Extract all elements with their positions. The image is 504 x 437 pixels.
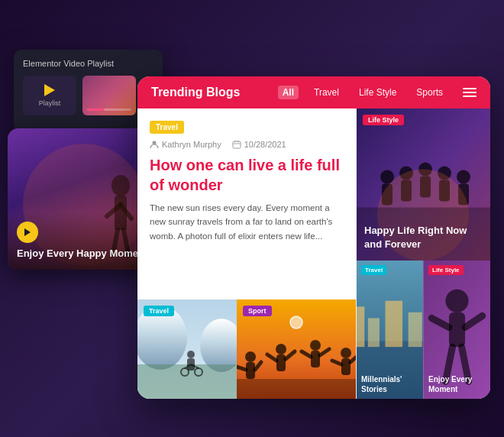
article-date: 10/28/2021 xyxy=(244,140,286,149)
bottom-sport-tag: Sport xyxy=(243,306,272,316)
svg-point-37 xyxy=(341,348,351,358)
article-tag: Travel xyxy=(150,121,184,134)
date-meta: 10/28/2021 xyxy=(232,140,286,149)
bottom-cards-row: Travel xyxy=(137,299,356,399)
bottom-travel-tag: Travel xyxy=(144,306,174,316)
playlist-play-item[interactable]: Playlist xyxy=(23,76,76,115)
article-body: The new sun rises every day. Every momen… xyxy=(150,201,344,243)
playlist-row: Playlist xyxy=(23,76,153,115)
trending-blogs-card: Trending Blogs All Travel Life Style Spo… xyxy=(137,76,490,399)
svg-point-25 xyxy=(245,351,256,362)
bottom-sport-card[interactable]: Sport xyxy=(237,299,356,399)
sidebar-lifestyle-badge: Life Style xyxy=(428,265,464,275)
svg-rect-30 xyxy=(276,354,286,371)
svg-point-51 xyxy=(457,170,470,184)
author-meta: Kathryn Murphy xyxy=(150,140,221,149)
article-top: Travel Kathryn Murphy 10/28/2021 How one… xyxy=(137,108,356,243)
svg-rect-58 xyxy=(368,318,380,347)
svg-rect-57 xyxy=(357,306,364,347)
tab-sports[interactable]: Sports xyxy=(412,86,447,99)
playlist-label: Playlist xyxy=(39,99,61,107)
progress-bar xyxy=(87,108,131,111)
enjoy-card-play-icon[interactable] xyxy=(17,222,38,243)
sidebar-top-badge: Life Style xyxy=(363,115,404,125)
trending-header: Trending Blogs All Travel Life Style Spo… xyxy=(137,76,490,108)
widget-title: Elementor Video Playlist xyxy=(23,59,153,68)
bottom-travel-card[interactable]: Travel xyxy=(137,299,237,399)
svg-point-29 xyxy=(276,344,286,354)
hamburger-menu[interactable] xyxy=(463,88,477,97)
svg-rect-41 xyxy=(237,379,356,399)
tab-travel[interactable]: Travel xyxy=(309,86,344,99)
article-headline: How one can live a life full of wonder xyxy=(150,155,344,195)
progress-fill xyxy=(87,108,105,111)
svg-rect-59 xyxy=(385,301,402,347)
hamburger-line-3 xyxy=(463,95,477,97)
sidebar-lifestyle-title: Enjoy Every Moment xyxy=(428,374,486,394)
svg-point-33 xyxy=(310,340,321,351)
hamburger-line-2 xyxy=(463,92,477,93)
author-name: Kathryn Murphy xyxy=(162,140,221,149)
enjoy-card-title: Enjoy Every Happy Moment xyxy=(17,248,151,261)
nav-tabs: All Travel Life Style Sports xyxy=(278,86,447,99)
trending-title: Trending Blogs xyxy=(151,86,240,99)
main-article-area: Travel Kathryn Murphy 10/28/2021 How one… xyxy=(137,108,357,399)
sidebar-travel-card[interactable]: Travel Millennials' Stories xyxy=(357,261,423,399)
sidebar-top-card[interactable]: Life Style Happy Life Right Now and Fore… xyxy=(357,108,490,261)
svg-rect-60 xyxy=(409,312,422,347)
sidebar-travel-title: Millennials' Stories xyxy=(361,374,418,394)
tab-all[interactable]: All xyxy=(278,86,299,99)
calendar-icon xyxy=(232,140,241,149)
sidebar-bottom-cards: Travel Millennials' Stories xyxy=(357,261,490,399)
trending-content: Travel Kathryn Murphy 10/28/2021 How one… xyxy=(137,108,490,399)
right-sidebar: Life Style Happy Life Right Now and Fore… xyxy=(357,108,490,399)
playlist-thumbnail[interactable] xyxy=(82,76,136,115)
tab-lifestyle[interactable]: Life Style xyxy=(354,86,401,99)
hamburger-line-1 xyxy=(463,88,477,89)
svg-point-17 xyxy=(187,351,195,358)
author-icon xyxy=(150,140,159,149)
article-meta: Kathryn Murphy 10/28/2021 xyxy=(150,140,344,149)
svg-rect-34 xyxy=(311,351,320,367)
sidebar-top-title: Happy Life Right Now and Forever xyxy=(364,224,483,251)
svg-rect-9 xyxy=(233,141,241,148)
svg-point-24 xyxy=(290,316,302,329)
sidebar-lifestyle-card[interactable]: Life Style Enjoy Every Moment xyxy=(423,261,490,399)
play-triangle xyxy=(24,228,31,236)
play-icon xyxy=(44,84,55,96)
sidebar-travel-badge: Travel xyxy=(361,265,386,275)
svg-point-62 xyxy=(445,290,468,312)
